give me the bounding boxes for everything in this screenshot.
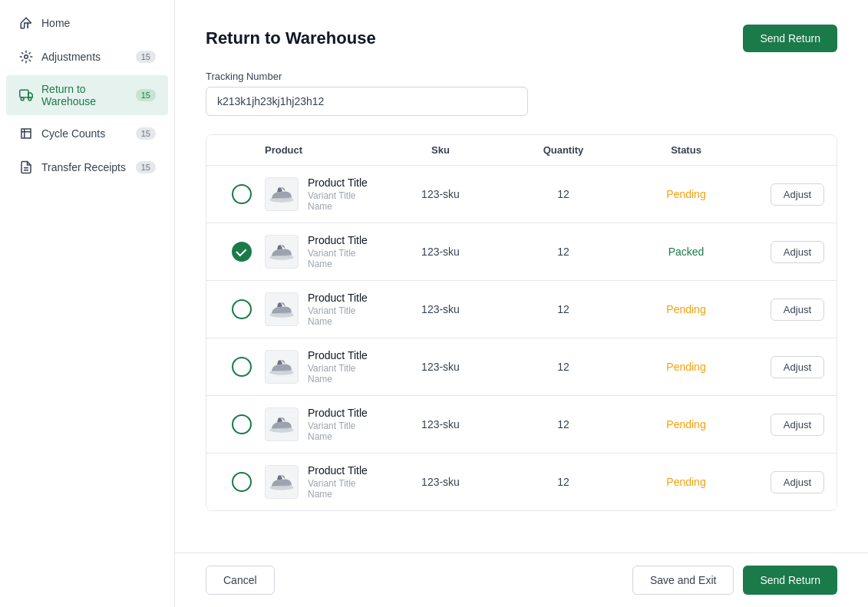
- row-check-1[interactable]: [219, 242, 265, 262]
- sku-cell-4: 123-sku: [379, 418, 502, 431]
- adjust-button-0[interactable]: Adjust: [771, 183, 824, 206]
- status-badge-0: Pending: [625, 188, 748, 200]
- adjust-button-4[interactable]: Adjust: [771, 414, 824, 436]
- adjust-button-5[interactable]: Adjust: [771, 471, 824, 493]
- table-row: Product Title Variant Title Name 123-sku…: [206, 396, 837, 454]
- sidebar-badge-cycle-counts: 15: [136, 127, 156, 140]
- variant-title-2: Variant Title Name: [308, 305, 379, 327]
- row-check-3[interactable]: [219, 357, 265, 377]
- tracking-input[interactable]: [206, 87, 528, 116]
- variant-title-1: Variant Title Name: [308, 248, 379, 269]
- table-row: Product Title Variant Title Name 123-sku…: [206, 454, 837, 510]
- transfer-icon: [18, 160, 34, 175]
- col-product: Product: [265, 144, 379, 156]
- sidebar-item-label-return-to-warehouse: Return to Warehouse: [41, 83, 136, 107]
- adjust-button-3[interactable]: Adjust: [771, 356, 824, 378]
- send-return-footer-button[interactable]: Send Return: [743, 566, 837, 595]
- home-icon: [18, 15, 34, 31]
- table-row: Product Title Variant Title Name 123-sku…: [206, 338, 837, 396]
- row-check-5[interactable]: [219, 472, 265, 492]
- product-image-0: [265, 177, 299, 211]
- checked-icon-1: [232, 242, 252, 262]
- sidebar-item-label-cycle-counts: Cycle Counts: [41, 127, 136, 140]
- variant-title-0: Variant Title Name: [308, 190, 379, 212]
- variant-title-3: Variant Title Name: [308, 363, 379, 384]
- variant-title-4: Variant Title Name: [308, 421, 379, 442]
- qty-cell-1: 12: [502, 246, 625, 258]
- action-cell-3: Adjust: [748, 356, 824, 378]
- cancel-button[interactable]: Cancel: [206, 566, 275, 595]
- return-icon: [18, 87, 34, 103]
- sidebar-item-label-transfer-receipts: Transfer Receipts: [41, 161, 136, 173]
- sku-cell-2: 123-sku: [379, 303, 502, 315]
- adjust-button-1[interactable]: Adjust: [771, 241, 824, 263]
- tracking-label: Tracking Number: [206, 71, 837, 82]
- status-badge-2: Pending: [625, 303, 748, 315]
- sidebar-item-return-to-warehouse[interactable]: Return to Warehouse15: [6, 75, 168, 115]
- product-title-0: Product Title: [308, 176, 379, 189]
- svg-point-0: [25, 55, 28, 59]
- product-title-1: Product Title: [308, 234, 379, 246]
- product-info-2: Product Title Variant Title Name: [308, 292, 379, 327]
- sidebar-item-label-home: Home: [41, 17, 156, 29]
- sidebar-item-home[interactable]: Home: [6, 8, 168, 38]
- product-info-5: Product Title Variant Title Name: [308, 464, 379, 500]
- product-title-2: Product Title: [308, 292, 379, 304]
- product-image-4: [265, 407, 299, 441]
- product-info-1: Product Title Variant Title Name: [308, 234, 379, 269]
- row-check-2[interactable]: [219, 299, 265, 319]
- status-badge-1: Packed: [625, 246, 748, 258]
- page-title: Return to Warehouse: [206, 28, 376, 48]
- qty-cell-2: 12: [502, 303, 625, 315]
- product-image-5: [265, 465, 299, 499]
- unchecked-icon-0: [232, 184, 252, 204]
- row-check-4[interactable]: [219, 414, 265, 434]
- sku-cell-3: 123-sku: [379, 361, 502, 373]
- adjust-button-2[interactable]: Adjust: [771, 299, 824, 321]
- product-image-1: [265, 235, 299, 269]
- unchecked-icon-4: [232, 414, 252, 434]
- product-image-3: [265, 350, 299, 384]
- variant-title-5: Variant Title Name: [308, 478, 379, 500]
- product-cell-5: Product Title Variant Title Name: [265, 464, 379, 500]
- sidebar-item-cycle-counts[interactable]: Cycle Counts15: [6, 118, 168, 149]
- sku-cell-0: 123-sku: [379, 188, 502, 200]
- product-title-4: Product Title: [308, 407, 379, 419]
- adjustments-icon: [18, 49, 34, 64]
- action-cell-0: Adjust: [748, 183, 824, 206]
- col-quantity: Quantity: [502, 144, 625, 156]
- col-sku: Sku: [379, 144, 502, 156]
- main-content: Return to Warehouse Send Return Tracking…: [175, 0, 868, 553]
- action-cell-1: Adjust: [748, 241, 824, 263]
- product-cell-2: Product Title Variant Title Name: [265, 292, 379, 327]
- main-panel: Return to Warehouse Send Return Tracking…: [175, 0, 868, 607]
- sku-cell-1: 123-sku: [379, 246, 502, 258]
- product-cell-4: Product Title Variant Title Name: [265, 407, 379, 442]
- sidebar-item-adjustments[interactable]: Adjustments15: [6, 41, 168, 72]
- table-row: Product Title Variant Title Name 123-sku…: [206, 223, 837, 281]
- cycle-icon: [18, 126, 34, 141]
- table-header: Product Sku Quantity Status: [206, 135, 837, 166]
- product-info-4: Product Title Variant Title Name: [308, 407, 379, 442]
- col-check: [219, 144, 265, 156]
- status-badge-3: Pending: [625, 361, 748, 373]
- product-info-0: Product Title Variant Title Name: [308, 176, 379, 212]
- product-title-5: Product Title: [308, 464, 379, 477]
- status-badge-5: Pending: [625, 476, 748, 488]
- col-action: [748, 144, 824, 156]
- sku-cell-5: 123-sku: [379, 476, 502, 488]
- qty-cell-3: 12: [502, 361, 625, 373]
- row-check-0[interactable]: [219, 184, 265, 204]
- save-exit-button[interactable]: Save and Exit: [632, 566, 734, 595]
- action-cell-4: Adjust: [748, 414, 824, 436]
- product-cell-0: Product Title Variant Title Name: [265, 176, 379, 212]
- footer: Cancel Save and Exit Send Return: [175, 553, 868, 607]
- svg-rect-1: [20, 90, 28, 97]
- sidebar: HomeAdjustments15Return to Warehouse15Cy…: [0, 0, 175, 607]
- sidebar-item-transfer-receipts[interactable]: Transfer Receipts15: [6, 152, 168, 183]
- sidebar-badge-adjustments: 15: [136, 51, 156, 63]
- sidebar-item-label-adjustments: Adjustments: [41, 51, 136, 63]
- tracking-section: Tracking Number: [206, 71, 837, 116]
- product-image-2: [265, 292, 299, 326]
- send-return-top-button[interactable]: Send Return: [743, 25, 837, 52]
